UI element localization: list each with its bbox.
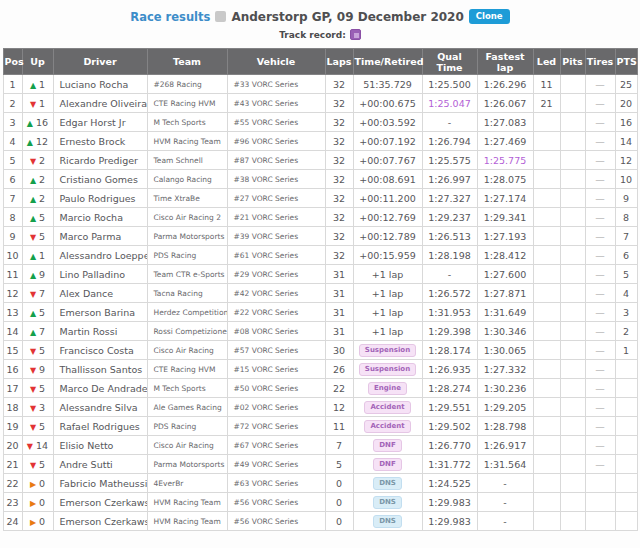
pos-cell: 1 [3,75,22,94]
retirement-status-badge: DNF [373,458,401,471]
retirement-status-badge: DNS [373,515,402,528]
tires-cell [585,474,615,493]
team-cell: Calango Racing [147,170,227,189]
led-cell [533,208,560,227]
laps-cell: 32 [325,246,353,265]
pos-cell: 14 [3,322,22,341]
vehicle-cell: #56 VORC Series [227,493,325,512]
led-cell [533,436,560,455]
position-change-value: 0 [36,478,45,489]
title-line: Race results Anderstorp GP, 09 December … [0,9,640,24]
clone-button[interactable]: Clone [469,9,510,24]
led-cell [533,265,560,284]
table-row: 11▲ 9Lino PalladinoTeam CTR e-Sports#29 … [3,265,637,284]
position-change-cell: ▶ 0 [22,474,53,493]
vehicle-cell: #63 VORC Series [227,474,325,493]
column-header-team: Team [147,49,227,75]
qual-time-cell: - [422,265,477,284]
laps-cell: 32 [325,208,353,227]
pts-cell [615,436,637,455]
track-record-icon[interactable] [350,29,361,40]
led-cell [533,113,560,132]
team-cell: Team Schnell [147,151,227,170]
team-cell: Cisco Air Racing 2 [147,208,227,227]
driver-cell: Thallisson Santos [53,360,147,379]
position-change-cell: ▼ 1 [22,94,53,113]
driver-cell: Emerson Czerkawski [53,512,147,531]
pits-cell [560,455,585,474]
driver-cell: Lino Palladino [53,265,147,284]
qual-time-cell: 1:29.502 [422,417,477,436]
position-change-value: 16 [33,117,48,128]
laps-cell: 0 [325,493,353,512]
tires-cell: — [585,94,615,113]
pts-cell: 9 [615,189,637,208]
driver-cell: Alex Dance [53,284,147,303]
table-row: 12▼ 7Alex DanceTacna Racing#42 VORC Seri… [3,284,637,303]
fastest-lap-cell: 1:27.174 [477,189,533,208]
vehicle-cell: #15 VORC Series [227,360,325,379]
qual-time-cell: 1:29.237 [422,208,477,227]
laps-cell: 31 [325,303,353,322]
race-results-link[interactable]: Race results [130,10,210,24]
vehicle-cell: #29 VORC Series [227,265,325,284]
led-cell [533,303,560,322]
position-change-value: 1 [36,79,45,90]
table-row: 14▲ 7Martin RossiRossi Competizione#08 V… [3,322,637,341]
led-cell [533,151,560,170]
qual-time-cell: 1:31.953 [422,303,477,322]
table-row: 9▼ 5Marco ParmaParma Motorsports 2#39 VO… [3,227,637,246]
time-retired-cell: DNS [353,512,422,531]
pits-cell [560,132,585,151]
team-cell: Cisco Air Racing [147,341,227,360]
position-change-cell: ▲ 1 [22,246,53,265]
position-change-value: 12 [33,136,48,147]
vehicle-cell: #38 VORC Series [227,170,325,189]
fastest-lap-cell: 1:26.296 [477,75,533,94]
pts-cell: 5 [615,265,637,284]
position-change-cell: ▲ 7 [22,322,53,341]
driver-cell: Alessandro Loepper [53,246,147,265]
vehicle-cell: #87 VORC Series [227,151,325,170]
vehicle-cell: #33 VORC Series [227,75,325,94]
info-icon[interactable] [215,11,226,22]
pos-cell: 6 [3,170,22,189]
fastest-lap-cell: 1:25.775 [477,151,533,170]
driver-cell: Edgar Horst Jr [53,113,147,132]
driver-cell: Emerson Barina [53,303,147,322]
qual-time-cell: 1:27.327 [422,189,477,208]
pos-cell: 18 [3,398,22,417]
fastest-lap-cell: 1:30.065 [477,341,533,360]
pits-cell [560,94,585,113]
pts-cell [615,360,637,379]
laps-cell: 32 [325,94,353,113]
tires-cell: — [585,246,615,265]
driver-cell: Marco Parma [53,227,147,246]
laps-cell: 30 [325,341,353,360]
pits-cell [560,493,585,512]
position-change-value: 14 [33,440,48,451]
time-retired-cell: DNF [353,455,422,474]
position-change-value: 7 [36,326,45,337]
pits-cell [560,303,585,322]
led-cell [533,360,560,379]
position-change-cell: ▼ 5 [22,379,53,398]
team-cell: M Tech Sports [147,113,227,132]
team-cell: CTE Racing HVM [147,94,227,113]
team-cell: HVM Racing Team [147,132,227,151]
column-header-fastest-lap: Fastest lap [477,49,533,75]
time-retired-cell: +00:11.200 [353,189,422,208]
position-change-value: 3 [36,402,45,413]
position-change-cell: ▼ 7 [22,284,53,303]
vehicle-cell: #61 VORC Series [227,246,325,265]
fastest-lap-cell: 1:26.917 [477,436,533,455]
tires-cell: — [585,113,615,132]
tires-cell: — [585,379,615,398]
led-cell [533,379,560,398]
driver-cell: Fabricio Matheussi [53,474,147,493]
retirement-status-badge: Engine [368,382,407,395]
time-retired-cell: +00:07.767 [353,151,422,170]
tires-cell: — [585,341,615,360]
time-retired-cell: +1 lap [353,265,422,284]
column-header-tires: Tires [585,49,615,75]
